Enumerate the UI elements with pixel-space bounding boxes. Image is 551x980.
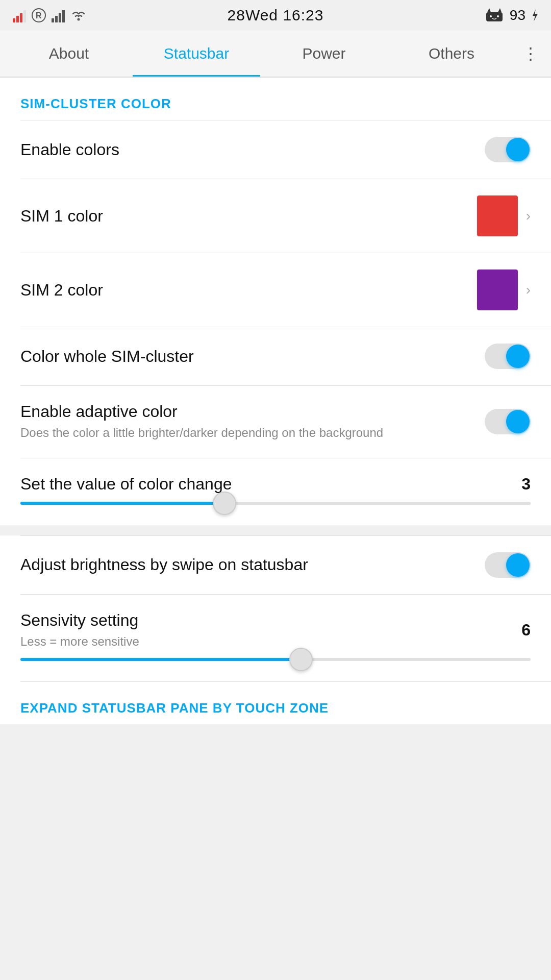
sim2-color-row[interactable]: SIM 2 color ›: [0, 253, 551, 327]
color-change-value: 3: [510, 475, 531, 494]
svg-marker-16: [533, 9, 538, 21]
svg-rect-1: [16, 16, 19, 22]
enable-colors-toggle-knob: [506, 138, 530, 161]
tab-others[interactable]: Others: [388, 31, 515, 77]
status-bar-right: 93: [484, 7, 539, 23]
adaptive-color-label: Enable adaptive color: [20, 402, 474, 421]
brightness-section: Adjust brightness by swipe on statusbar …: [0, 535, 551, 725]
sensitivity-slider-fill: [20, 658, 301, 661]
status-bar-left: R: [12, 8, 87, 22]
color-change-label: Set the value of color change: [20, 475, 232, 494]
section-gap-1: [0, 525, 551, 535]
color-whole-toggle-knob: [506, 345, 530, 368]
r-circle-icon: R: [32, 8, 46, 22]
tab-power[interactable]: Power: [260, 31, 388, 77]
sim2-color-right: ›: [477, 270, 531, 310]
color-whole-row: Color whole SIM-cluster: [0, 327, 551, 385]
sim1-color-left: SIM 1 color: [20, 207, 467, 226]
sim1-color-right: ›: [477, 195, 531, 236]
sim2-color-label: SIM 2 color: [20, 281, 467, 300]
sim2-color-left: SIM 2 color: [20, 281, 467, 300]
svg-rect-9: [62, 10, 65, 22]
adaptive-color-sublabel: Does the color a little brighter/darker …: [20, 424, 474, 442]
svg-text:R: R: [36, 11, 42, 20]
adjust-brightness-toggle[interactable]: [485, 552, 531, 578]
sensitivity-header: Sensivity setting Less = more sensitive …: [0, 595, 551, 658]
slider-bottom-pad: [0, 515, 551, 525]
status-bar: R 28Wed 16:23 93: [0, 0, 551, 31]
enable-colors-label: Enable colors: [20, 140, 474, 159]
color-whole-label: Color whole SIM-cluster: [20, 347, 474, 366]
sim1-color-label: SIM 1 color: [20, 207, 467, 226]
svg-point-15: [497, 15, 499, 17]
svg-rect-11: [486, 12, 503, 21]
sensitivity-slider-container: [0, 658, 551, 661]
sim1-color-swatch[interactable]: [477, 195, 518, 236]
svg-rect-7: [55, 16, 58, 22]
svg-rect-3: [23, 10, 26, 22]
color-whole-toggle[interactable]: [485, 344, 531, 369]
color-whole-left: Color whole SIM-cluster: [20, 347, 474, 366]
enable-colors-right: [485, 137, 531, 162]
expand-section-title: EXPAND STATUSBAR PANE BY TOUCH ZONE: [0, 682, 551, 724]
sensitivity-slider-track: [20, 658, 531, 661]
enable-colors-toggle[interactable]: [485, 137, 531, 162]
sim2-chevron-icon: ›: [526, 282, 531, 298]
color-change-slider-container: [0, 502, 551, 505]
svg-rect-0: [13, 18, 15, 22]
sensitivity-header-left: Sensivity setting Less = more sensitive: [20, 611, 139, 650]
color-change-slider-fill: [20, 502, 224, 505]
tab-statusbar[interactable]: Statusbar: [133, 31, 260, 77]
adaptive-color-toggle-knob: [506, 410, 530, 433]
sim-cluster-section-title: SIM-CLUSTER COLOR: [0, 78, 551, 120]
adaptive-color-toggle[interactable]: [485, 409, 531, 434]
color-change-slider-thumb[interactable]: [213, 492, 236, 515]
color-change-section: Set the value of color change 3: [0, 458, 551, 525]
sensitivity-slider-thumb[interactable]: [289, 648, 313, 671]
sim2-color-swatch[interactable]: [477, 270, 518, 310]
adaptive-color-right: [485, 409, 531, 434]
svg-rect-6: [52, 18, 54, 22]
adjust-brightness-row: Adjust brightness by swipe on statusbar: [0, 536, 551, 594]
battery-percentage: 93: [510, 7, 525, 23]
tabs-more-button[interactable]: ⋮: [515, 44, 546, 63]
svg-marker-12: [487, 8, 491, 12]
svg-point-14: [490, 15, 492, 17]
sensitivity-section: Sensivity setting Less = more sensitive …: [0, 595, 551, 682]
cat-icon: [484, 7, 505, 23]
wifi-icon: [70, 8, 87, 22]
adjust-brightness-toggle-knob: [506, 553, 530, 577]
adjust-brightness-label: Adjust brightness by swipe on statusbar: [20, 555, 474, 574]
sim1-color-row[interactable]: SIM 1 color ›: [0, 179, 551, 253]
svg-rect-2: [20, 13, 22, 22]
signal-icon-2: [51, 8, 65, 22]
sim-cluster-section: SIM-CLUSTER COLOR Enable colors SIM 1 co…: [0, 78, 551, 525]
enable-colors-left: Enable colors: [20, 140, 474, 159]
sensitivity-slider-bottom-pad: [0, 671, 551, 681]
adjust-brightness-right: [485, 552, 531, 578]
color-change-header: Set the value of color change 3: [0, 458, 551, 502]
adjust-brightness-left: Adjust brightness by swipe on statusbar: [20, 555, 474, 574]
sensitivity-sublabel: Less = more sensitive: [20, 633, 139, 650]
status-bar-time: 28Wed 16:23: [228, 7, 324, 24]
signal-icon-1: [12, 8, 27, 22]
color-change-slider-track: [20, 502, 531, 505]
color-whole-right: [485, 344, 531, 369]
svg-point-10: [78, 18, 80, 21]
tab-about[interactable]: About: [5, 31, 133, 77]
sim1-chevron-icon: ›: [526, 208, 531, 224]
sensitivity-value: 6: [510, 621, 531, 640]
svg-marker-13: [498, 8, 502, 12]
sensitivity-label: Sensivity setting: [20, 611, 139, 630]
tabs-bar: About Statusbar Power Others ⋮: [0, 31, 551, 78]
adaptive-color-row: Enable adaptive color Does the color a l…: [0, 386, 551, 458]
svg-rect-8: [59, 13, 61, 22]
enable-colors-row: Enable colors: [0, 120, 551, 179]
battery-bolt-icon: [531, 8, 539, 22]
adaptive-color-left: Enable adaptive color Does the color a l…: [20, 402, 474, 442]
